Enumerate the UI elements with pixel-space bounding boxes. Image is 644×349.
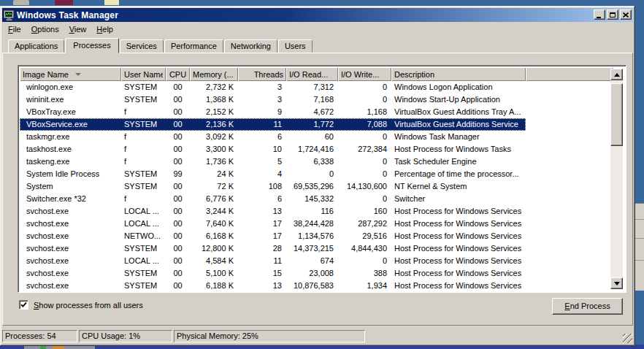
cell-image_name: svchost.exe [20,242,121,255]
show-all-users-checkbox[interactable] [19,300,28,310]
cell-cpu: 00 [166,205,190,218]
process-row-system-idle-process[interactable]: System Idle ProcessSYSTEM9924 K400Percen… [20,168,526,180]
process-row-taskhost-exe[interactable]: taskhost.exef003,300 K101,724,416272,384… [20,143,526,156]
tab-services[interactable]: Services [120,39,164,53]
process-row-svchost-exe[interactable]: svchost.exeLOCAL ...004,584 K116740Host … [20,255,526,267]
maximize-button[interactable] [607,9,618,20]
tab-users[interactable]: Users [278,39,313,53]
cell-threads: 13 [238,205,286,218]
cell-user_name: f [121,156,166,168]
cell-description: Windows Task Manager [391,131,526,143]
cell-cpu: 00 [166,156,190,168]
tab-performance[interactable]: Performance [164,39,223,53]
cell-user_name: f [121,106,166,118]
column-header-threads[interactable]: Threads [238,67,286,81]
menu-view[interactable]: View [64,23,92,36]
cell-memory: 2,732 K [190,81,238,93]
column-header-io_read[interactable]: I/O Read... [286,67,338,81]
cell-cpu: 00 [166,280,190,291]
process-row-winlogon-exe[interactable]: winlogon.exeSYSTEM002,732 K37,3120Window… [20,81,526,93]
resize-grip[interactable] [623,334,632,343]
cell-threads: 28 [238,242,286,255]
cell-user_name: SYSTEM [121,93,166,106]
cell-io_read: 38,244,428 [286,218,338,230]
menu-file[interactable]: File [3,23,26,36]
process-row-switcher-exe-32[interactable]: Switcher.exe *32f006,776 K6145,3320Switc… [20,193,526,205]
process-row-wininit-exe[interactable]: wininit.exeSYSTEM001,368 K37,1680Windows… [20,93,526,106]
cell-threads: 3 [238,93,286,106]
scroll-down-button[interactable] [610,277,623,289]
column-header-memory[interactable]: Memory (... [190,67,238,81]
column-header-description[interactable]: Description [391,67,526,81]
process-row-svchost-exe[interactable]: svchost.exeLOCAL ...007,640 K1738,244,42… [20,218,526,230]
column-header-label: User Name [124,68,163,81]
cell-description: Host Process for Windows Services [391,218,526,230]
cell-cpu: 00 [166,143,190,156]
cell-cpu: 00 [166,230,190,242]
column-header-cpu[interactable]: CPU [166,67,190,81]
cell-cpu: 00 [166,131,190,143]
show-all-users-label: Show processes from all users [34,301,143,310]
process-row-vboxservice-exe[interactable]: VBoxService.exeSYSTEM002,136 K111,7727,0… [20,118,526,131]
cell-cpu: 00 [166,93,190,106]
column-header-user_name[interactable]: User Name [121,67,166,81]
minimize-button[interactable] [594,9,605,20]
window-title: Windows Task Manager [17,10,118,20]
menu-bar: FileOptionsViewHelp [2,23,633,36]
column-header-label: I/O Write... [341,68,379,81]
cell-io_write: 4,844,430 [338,242,391,255]
tab-applications[interactable]: Applications [8,39,64,53]
cell-threads: 4 [238,168,286,180]
cell-io_write: 0 [338,81,391,93]
process-row-vboxtray-exe[interactable]: VBoxTray.exef002,152 K94,6721,168Virtual… [20,106,526,118]
cell-io_write: 29,516 [338,230,391,242]
process-row-svchost-exe[interactable]: svchost.exeLOCAL ...003,244 K13116160Hos… [20,205,526,218]
cell-io_write: 160 [338,205,391,218]
cell-memory: 4,584 K [190,255,238,267]
cell-threads: 10 [238,143,286,156]
cell-image_name: System Idle Process [20,168,121,180]
cell-io_write: 1,168 [338,106,391,118]
cell-user_name: LOCAL ... [121,218,166,230]
process-row-taskmgr-exe[interactable]: taskmgr.exef003,092 K6600Windows Task Ma… [20,131,526,143]
cell-memory: 24 K [190,168,238,180]
vertical-scrollbar[interactable] [610,69,623,289]
process-row-svchost-exe[interactable]: svchost.exeSYSTEM006,188 K1310,876,5831,… [20,280,526,291]
cell-cpu: 00 [166,106,190,118]
scroll-up-button[interactable] [610,69,623,80]
process-row-svchost-exe[interactable]: svchost.exeSYSTEM0012,800 K2814,373,2154… [20,242,526,255]
cell-description: Host Process for Windows Services [391,242,526,255]
cell-description: Host Process for Windows Services [391,267,526,280]
cell-io_read: 10,876,583 [286,280,338,291]
end-process-button[interactable]: End Process [552,298,623,315]
cell-description: Switcher [391,193,526,205]
scrollbar-thumb[interactable] [610,83,623,146]
cell-threads: 11 [238,118,286,131]
cell-image_name: svchost.exe [20,280,121,291]
process-row-svchost-exe[interactable]: svchost.exeSYSTEM005,100 K1523,008388Hos… [20,267,526,280]
close-button[interactable] [620,9,632,20]
cell-cpu: 00 [166,81,190,93]
column-header-label: I/O Read... [289,68,328,81]
process-row-svchost-exe[interactable]: svchost.exeNETWO...006,168 K171,134,5762… [20,230,526,242]
cell-io_write: 0 [338,193,391,205]
tab-networking[interactable]: Networking [224,39,277,53]
column-header-image_name[interactable]: Image Name [20,67,121,81]
cell-io_write: 0 [338,93,391,106]
column-header-filler [526,67,613,81]
show-all-users-row: Show processes from all users [19,300,143,310]
column-header-io_write[interactable]: I/O Write... [338,67,391,81]
process-row-taskeng-exe[interactable]: taskeng.exef001,736 K56,3380Task Schedul… [20,156,526,168]
cell-io_read: 69,535,296 [286,180,338,193]
process-row-system[interactable]: SystemSYSTEM0072 K10869,535,29614,130,60… [20,180,526,193]
cell-memory: 1,368 K [190,93,238,106]
cell-memory: 3,092 K [190,131,238,143]
tab-processes[interactable]: Processes [65,38,118,53]
menu-help[interactable]: Help [91,23,118,36]
cell-io_read: 60 [286,131,338,143]
cell-description: Host Process for Windows Services [391,280,526,291]
cell-image_name: winlogon.exe [20,81,121,93]
cell-image_name: VBoxService.exe [20,118,121,131]
cell-user_name: f [121,131,166,143]
menu-options[interactable]: Options [26,23,64,36]
